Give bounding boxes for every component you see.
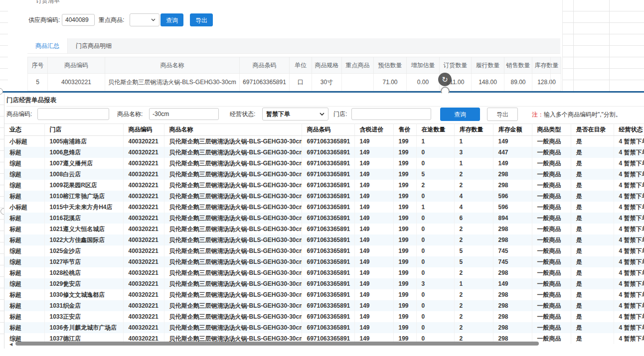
table-cell: 6971063365891: [302, 224, 354, 235]
column-header: 预估数量: [374, 57, 407, 74]
table-row[interactable]: 综超1029瓮安店400320221贝伦斯企鹅三层钢清汤汤火锅-BLS-GEHG…: [4, 278, 644, 289]
product-summary-table: 序号商品编码商品名称商品条码单位商品规格重点商品预估数量增加估量订货数量履行数量…: [27, 57, 561, 91]
table-cell: 是: [571, 322, 614, 333]
table-cell: 是: [571, 202, 614, 213]
report-export-button[interactable]: 导出: [487, 108, 518, 121]
column-header: 业态: [4, 124, 44, 136]
table-cell: 一般商品: [532, 158, 571, 169]
column-header: 经营状态: [614, 124, 644, 136]
panel-splitter[interactable]: [0, 91, 644, 93]
table-cell: 0: [416, 147, 454, 158]
tab-store-product-detail[interactable]: 门店商品明细: [68, 38, 120, 53]
table-cell: 400320221: [123, 191, 164, 202]
note-prefix: 注：: [532, 111, 544, 118]
table-cell: 0: [416, 158, 454, 169]
table-cell: 0: [416, 235, 454, 245]
scroll-up-icon[interactable]: ▲: [551, 63, 561, 67]
refresh-icon[interactable]: ↻: [438, 73, 452, 86]
query-button[interactable]: 查询: [161, 13, 183, 26]
table-cell: 综超: [4, 245, 44, 256]
table-cell: 6971063365891: [302, 147, 354, 158]
table-cell: 149: [354, 311, 393, 322]
table-row[interactable]: 综超1027毕节店400320221贝伦斯企鹅三层钢清汤汤火锅-BLS-GEHG…: [4, 256, 644, 267]
table-row[interactable]: 小标超1005南浦路店400320221贝伦斯企鹅三层钢清汤汤火锅-BLS-GE…: [4, 136, 644, 147]
table-cell: 一般商品: [532, 267, 571, 278]
table-row[interactable]: 综超1007遵义播州店400320221贝伦斯企鹅三层钢清汤汤火锅-BLS-GE…: [4, 158, 644, 169]
product-name-input[interactable]: [149, 108, 219, 120]
table-row[interactable]: 标超1030修文文城逸都店400320221贝伦斯企鹅三层钢清汤汤火锅-BLS-…: [4, 289, 644, 300]
table-row[interactable]: 标超1036务川麒龙城市广场店400320221贝伦斯企鹅三层钢清汤汤火锅-BL…: [4, 322, 644, 333]
report-query-button[interactable]: 查询: [440, 108, 480, 121]
tab-product-summary[interactable]: 商品汇总: [27, 38, 68, 53]
table-cell: 4 暂禁下单: [614, 180, 644, 191]
table-cell: 6971063365891: [302, 213, 354, 224]
table-cell: 是: [571, 147, 614, 158]
table-cell: 一般商品: [532, 322, 571, 333]
table-cell: 149: [354, 213, 393, 224]
table-cell: 贝伦斯企鹅三层钢清汤汤火锅-BLS-GEHG30-30cm: [164, 235, 302, 245]
table-cell: 400320221: [123, 202, 164, 213]
table-row[interactable]: 标超1033正安店400320221贝伦斯企鹅三层钢清汤汤火锅-BLS-GEHG…: [4, 311, 644, 322]
table-row[interactable]: 标超1028松桃店400320221贝伦斯企鹅三层钢清汤汤火锅-BLS-GEHG…: [4, 267, 644, 278]
table-cell: 596: [493, 191, 532, 202]
product-code-input[interactable]: [37, 108, 109, 120]
table-row[interactable]: 标超1006息烽店400320221贝伦斯企鹅三层钢清汤汤火锅-BLS-GEHG…: [4, 147, 644, 158]
table-cell: 4 暂禁下单: [614, 300, 644, 311]
table-row[interactable]: 标超1022大方佳鑫国际店400320221贝伦斯企鹅三层钢清汤汤火锅-BLS-…: [4, 235, 644, 245]
key-product-select[interactable]: [130, 13, 160, 26]
table-cell: 0: [416, 224, 454, 235]
table-row[interactable]: 标超1016花溪店400320221贝伦斯企鹅三层钢清汤汤火锅-BLS-GEHG…: [4, 213, 644, 224]
table-cell: 一般商品: [532, 245, 571, 256]
column-header: 序号: [28, 57, 48, 74]
table-row[interactable]: 标超1010榕江常驰广场店400320221贝伦斯企鹅三层钢清汤汤火锅-BLS-…: [4, 191, 644, 202]
table-row[interactable]: 小标超1015中天未来方舟H4店400320221贝伦斯企鹅三层钢清汤汤火锅-B…: [4, 202, 644, 213]
scroll-left-icon[interactable]: ◀: [9, 342, 12, 347]
status-select[interactable]: 暂禁下单: [262, 108, 328, 120]
table-cell: 400320221: [123, 311, 164, 322]
table-row[interactable]: 综超1008白云店400320221贝伦斯企鹅三层钢清汤汤火锅-BLS-GEHG…: [4, 169, 644, 180]
export-button[interactable]: 导出: [190, 13, 213, 26]
table-cell: 一般商品: [532, 289, 571, 300]
vertical-scrollbar[interactable]: ▲: [550, 57, 561, 90]
table-row[interactable]: 综超1025金沙店400320221贝伦斯企鹅三层钢清汤汤火锅-BLS-GEHG…: [4, 245, 644, 256]
table-cell: 标超: [4, 224, 44, 235]
table-cell: 1029瓮安店: [44, 278, 123, 289]
table-cell: 4 暂禁下单: [614, 322, 644, 333]
table-cell: 745: [493, 245, 532, 256]
chevron-down-icon: [320, 113, 324, 116]
table-cell: 小标超: [4, 202, 44, 213]
table-cell: 一般商品: [532, 169, 571, 180]
table-cell: 是: [571, 256, 614, 267]
table-row[interactable]: 5400320221贝伦斯企鹅三层钢清汤火锅-BLS-GEHG30-30cm69…: [28, 74, 561, 91]
table-cell: 3: [416, 278, 454, 289]
supplier-code-input[interactable]: [62, 14, 95, 26]
table-cell: 1028松桃店: [44, 267, 123, 278]
column-header: 售价: [393, 124, 416, 136]
store-input[interactable]: [351, 108, 431, 120]
table-cell: 149: [493, 278, 532, 289]
table-cell: 149: [354, 289, 393, 300]
table-cell: 149: [354, 224, 393, 235]
table-cell: 199: [393, 245, 416, 256]
input-hint-note: 注：输入多个商品编码时","分割。: [532, 108, 622, 121]
table-cell: 149: [354, 147, 393, 158]
table-cell: 综超: [4, 278, 44, 289]
table-cell: 745: [493, 256, 532, 267]
table-cell: 298: [493, 267, 532, 278]
horizontal-scrollbar-thumb[interactable]: [15, 342, 539, 346]
table-row[interactable]: 标超1031织金店400320221贝伦斯企鹅三层钢清汤汤火锅-BLS-GEHG…: [4, 300, 644, 311]
table-row[interactable]: 综超1009花果园R区店400320221贝伦斯企鹅三层钢清汤汤火锅-BLS-G…: [4, 180, 644, 191]
table-cell: 是: [571, 136, 614, 147]
table-cell: 199: [393, 235, 416, 245]
table-cell: 标超: [4, 289, 44, 300]
product-name-label: 商品名称:: [117, 108, 143, 120]
table-cell: 贝伦斯企鹅三层钢清汤汤火锅-BLS-GEHG30-30cm: [164, 213, 302, 224]
table-cell: 贝伦斯企鹅三层钢清汤汤火锅-BLS-GEHG30-30cm: [164, 169, 302, 180]
table-cell: 5: [416, 169, 454, 180]
column-header: 商品条码: [240, 57, 290, 74]
column-header: 商品条码: [302, 124, 354, 136]
table-cell: 6971063365891: [302, 136, 354, 147]
table-row[interactable]: 标超1021遵义大恒名城店400320221贝伦斯企鹅三层钢清汤汤火锅-BLS-…: [4, 224, 644, 235]
table-cell: 1: [454, 278, 493, 289]
background-grid-left-lower: [0, 94, 4, 344]
